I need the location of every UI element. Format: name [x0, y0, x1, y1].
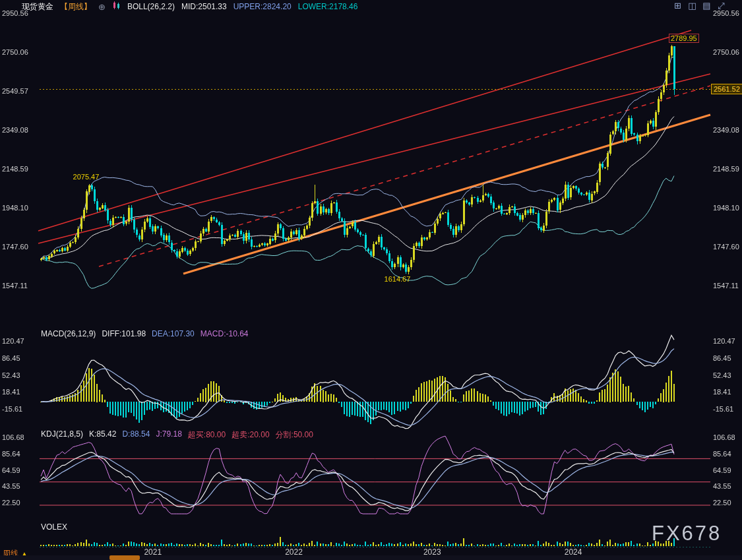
volex-label: VOLEX	[41, 522, 67, 532]
boll-label: BOLL(26,2.2)	[127, 2, 175, 11]
kdj-axis-label-right: 106.68	[713, 433, 735, 441]
boll-lower-value: LOWER:2178.46	[298, 2, 358, 11]
macd-axis-label-right: 86.45	[713, 354, 731, 362]
kdj-axis-label-right: 85.64	[713, 450, 731, 458]
rows-layout-icon[interactable]: ▤	[702, 1, 712, 11]
kdj-divider-value: 分割:50.00	[276, 429, 313, 441]
period-tag[interactable]: 【周线】	[60, 1, 92, 13]
macd-header: MACD(26,12,9) DIFF:101.98 DEA:107.30 MAC…	[41, 329, 249, 338]
price-axis-label-left: 1547.11	[2, 282, 28, 290]
split-pane-icon[interactable]: ◫	[687, 1, 697, 11]
macd-axis-label-right: 18.41	[713, 388, 731, 396]
price-axis-label-left: 2950.56	[2, 9, 28, 17]
kdj-axis-label-left: 64.59	[2, 466, 20, 474]
add-indicator-icon[interactable]: ⊕	[98, 2, 106, 12]
overlay: 现货黄金 【周线】 ⊕ BOLL(26,2.2) MID:2501.33 UPP…	[0, 0, 742, 560]
kdj-axis-label-left: 22.50	[2, 499, 20, 507]
last-price-tag: 2561.52	[711, 84, 742, 94]
kdj-overbought-value: 超买:80.00	[188, 429, 226, 441]
price-axis-label-right: 2750.06	[713, 48, 739, 56]
macd-axis-label-left: 86.45	[2, 354, 20, 362]
price-axis-label-left: 2349.08	[2, 126, 28, 134]
x-axis-year-label: 2022	[285, 547, 303, 557]
kdj-k-value: K:85.42	[89, 429, 116, 441]
kdj-axis-label-right: 64.59	[713, 466, 731, 474]
kdj-axis-label-right: 22.50	[713, 499, 731, 507]
macd-bar-value: MACD:-10.64	[201, 329, 249, 338]
price-axis-label-left: 1747.60	[2, 243, 28, 251]
kdj-axis-label-left: 106.68	[2, 433, 24, 441]
macd-axis-label-right: 120.47	[713, 337, 735, 345]
watermark: FX678	[652, 522, 722, 545]
annotation-low-2022: 1614.67	[385, 275, 411, 283]
kdj-d-value: D:88.54	[122, 429, 150, 441]
x-axis-year-label: 2024	[565, 547, 582, 557]
x-axis-year-label: 2023	[423, 547, 441, 557]
kdj-axis-label-left: 43.55	[2, 482, 20, 490]
price-axis-label-left: 2750.06	[2, 48, 28, 56]
price-axis-label-right: 2950.56	[713, 9, 739, 17]
kdj-oversold-value: 超卖:20.00	[232, 429, 269, 441]
x-axis-year-label: 2021	[144, 547, 162, 557]
annotation-high-2024: 2789.95	[669, 34, 699, 43]
annotation-high-2020: 2075.47	[73, 173, 100, 181]
macd-axis-label-left: 52.43	[2, 371, 20, 379]
scrollbar-thumb[interactable]	[109, 555, 140, 560]
price-axis-label-right: 2148.59	[713, 165, 739, 173]
candlestick-icon	[112, 1, 121, 12]
macd-diff-value: DIFF:101.98	[102, 329, 146, 338]
price-axis-label-left: 2549.57	[2, 87, 28, 95]
price-axis-label-left: 2148.59	[2, 165, 28, 173]
price-axis-label-right: 1948.10	[713, 204, 739, 212]
layout-grid-icon[interactable]: ⊞	[673, 1, 683, 11]
macd-axis-label-right: -15.61	[713, 405, 733, 413]
kdj-axis-label-left: 85.64	[2, 450, 20, 458]
macd-label: MACD(26,12,9)	[41, 329, 96, 338]
boll-mid-value: MID:2501.33	[181, 2, 227, 11]
macd-dea-value: DEA:107.30	[152, 329, 195, 338]
macd-axis-label-left: -15.61	[2, 405, 22, 413]
price-axis-label-right: 1747.60	[713, 243, 739, 251]
macd-axis-label-right: 52.43	[713, 371, 731, 379]
chart-header: 现货黄金 【周线】 ⊕ BOLL(26,2.2) MID:2501.33 UPP…	[22, 1, 357, 12]
price-axis-label-right: 1547.11	[713, 282, 739, 290]
kdj-j-value: J:79.18	[156, 429, 181, 441]
scrollbar-track[interactable]	[0, 555, 742, 560]
price-axis-label-left: 1948.10	[2, 204, 28, 212]
kdj-header: KDJ(21,8,5) K:85.42 D:88.54 J:79.18 超买:8…	[41, 429, 313, 441]
chart-app: 现货黄金 【周线】 ⊕ BOLL(26,2.2) MID:2501.33 UPP…	[0, 0, 742, 560]
macd-axis-label-left: 120.47	[2, 337, 24, 345]
price-axis-label-right: 2349.08	[713, 126, 739, 134]
kdj-label: KDJ(21,8,5)	[41, 429, 83, 441]
kdj-axis-label-right: 43.55	[713, 482, 731, 490]
boll-upper-value: UPPER:2824.20	[233, 2, 292, 11]
macd-axis-label-left: 18.41	[2, 388, 20, 396]
